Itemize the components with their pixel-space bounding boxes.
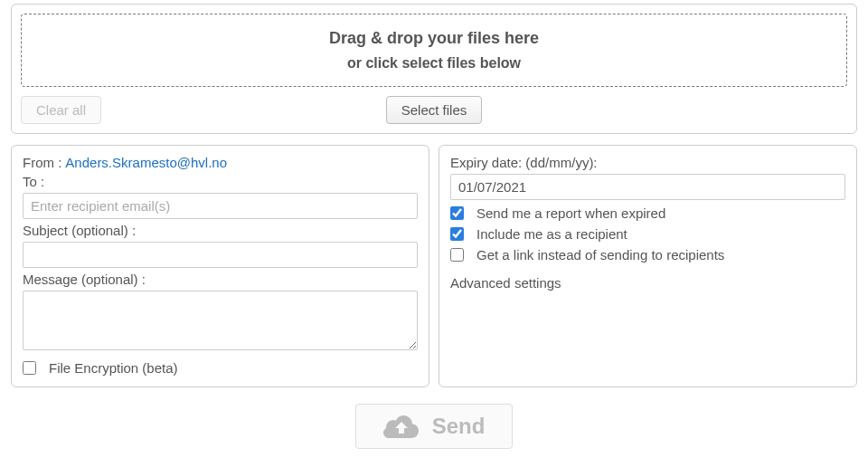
- to-label: To :: [23, 174, 418, 189]
- report-when-expired-label: Send me a report when expired: [476, 205, 665, 221]
- subject-input[interactable]: [23, 242, 418, 268]
- include-me-label: Include me as a recipient: [476, 226, 627, 242]
- subject-label: Subject (optional) :: [23, 223, 418, 238]
- select-files-button[interactable]: Select files: [386, 96, 483, 124]
- from-email: Anders.Skramesto@hvl.no: [65, 155, 227, 170]
- message-label: Message (optional) :: [23, 272, 418, 287]
- send-button-label: Send: [432, 414, 486, 439]
- advanced-settings-toggle[interactable]: Advanced settings: [450, 275, 845, 291]
- options-panel: Expiry date: (dd/mm/yy): Send me a repor…: [439, 145, 857, 387]
- dropzone-text-2: or click select files below: [31, 55, 837, 72]
- file-upload-panel: Drag & drop your files here or click sel…: [11, 4, 857, 134]
- from-label: From :: [23, 155, 61, 170]
- expiry-label: Expiry date: (dd/mm/yy):: [450, 155, 845, 170]
- file-encryption-label: File Encryption (beta): [49, 360, 178, 376]
- expiry-date-input[interactable]: [450, 174, 845, 200]
- clear-all-button[interactable]: Clear all: [21, 96, 101, 124]
- dropzone[interactable]: Drag & drop your files here or click sel…: [21, 14, 847, 87]
- get-link-label: Get a link instead of sending to recipie…: [476, 247, 724, 262]
- file-encryption-checkbox[interactable]: [23, 361, 36, 375]
- cloud-upload-icon: [383, 414, 420, 439]
- include-me-checkbox[interactable]: [450, 227, 464, 241]
- to-input[interactable]: [23, 193, 418, 219]
- send-button[interactable]: Send: [355, 404, 514, 449]
- message-panel: From : Anders.Skramesto@hvl.no To : Subj…: [11, 145, 429, 387]
- dropzone-text-1: Drag & drop your files here: [31, 29, 837, 48]
- message-textarea[interactable]: [23, 291, 418, 350]
- report-when-expired-checkbox[interactable]: [450, 206, 464, 220]
- get-link-checkbox[interactable]: [450, 248, 464, 262]
